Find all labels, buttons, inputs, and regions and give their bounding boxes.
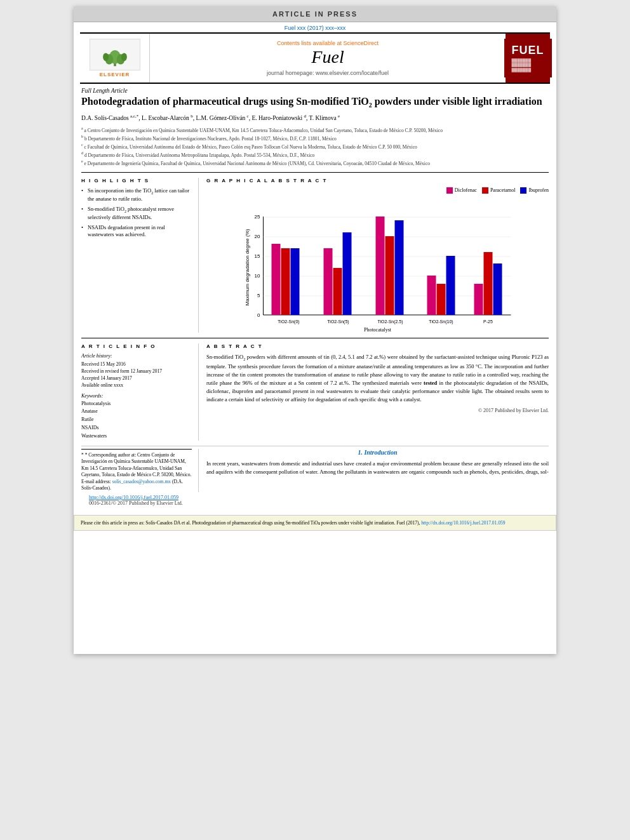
keyword-rutile: Rutile bbox=[81, 416, 192, 424]
diclofenac-label: Diclofenac bbox=[455, 187, 477, 193]
article-info-label: A R T I C L E I N F O bbox=[81, 343, 192, 349]
graphical-abstract-label: G R A P H I C A L A B S T R A C T bbox=[206, 178, 549, 183]
bar-sn25-dic bbox=[427, 276, 436, 315]
bar-sn10-ibu bbox=[395, 220, 404, 315]
journal-homepage: journal homepage: www.elsevier.com/locat… bbox=[267, 70, 389, 76]
ibuprofen-label: Ibuprofen bbox=[528, 187, 549, 193]
journal-ref: Fuel xxx (2017) xxx–xxx bbox=[74, 22, 556, 32]
info-abstract-section: A R T I C L E I N F O Article history: R… bbox=[81, 338, 549, 441]
journal-header: ELSEVIER Contents lists available at Sci… bbox=[80, 32, 550, 84]
svg-text:10: 10 bbox=[255, 273, 260, 279]
revised-date: Received in revised form 12 January 2017 bbox=[81, 368, 192, 375]
accepted-date: Accepted 14 January 2017 bbox=[81, 375, 192, 382]
highlights-list: Sn incorporation into the TiO2 lattice c… bbox=[81, 187, 192, 239]
copyright: © 2017 Published by Elsevier Ltd. bbox=[206, 408, 549, 413]
svg-text:TiO2-Sn(2.5): TiO2-Sn(2.5) bbox=[377, 319, 403, 324]
sciencedirect-link: Contents lists available at ScienceDirec… bbox=[277, 40, 379, 46]
article-title: Photodegradation of pharmaceutical drugs… bbox=[81, 95, 549, 109]
bar-sn5-par bbox=[333, 268, 342, 315]
article-info-column: A R T I C L E I N F O Article history: R… bbox=[81, 343, 199, 441]
introduction-column: 1. Introduction In recent years, wastewa… bbox=[206, 449, 549, 492]
citation-bar: Please cite this article in press as: So… bbox=[74, 515, 556, 531]
elsevier-logo-box: ELSEVIER bbox=[80, 34, 150, 83]
elsevier-logo-img bbox=[90, 39, 140, 70]
svg-point-5 bbox=[121, 53, 126, 62]
online-date: Available online xxxx bbox=[81, 382, 192, 389]
article-type: Full Length Article bbox=[81, 84, 549, 95]
introduction-title: 1. Introduction bbox=[206, 449, 549, 456]
sciencedirect-name[interactable]: ScienceDirect bbox=[344, 40, 379, 46]
ibuprofen-color bbox=[520, 187, 526, 194]
bar-p25-dic bbox=[474, 284, 483, 315]
received-date: Received 15 May 2016 bbox=[81, 361, 192, 368]
svg-text:TiO2-Sn(5): TiO2-Sn(5) bbox=[327, 319, 349, 324]
fuel-logo: FUEL ▓▓▓▓▓▓▓▓▓▓▓▓▓▓▓▓▓▓▓▓▓ bbox=[504, 39, 552, 77]
journal-title: Fuel bbox=[311, 46, 344, 68]
citation-link[interactable]: http://dx.doi.org/10.1016/j.fuel.2017.01… bbox=[421, 520, 505, 526]
introduction-section: * * Corresponding author at: Centro Conj… bbox=[81, 446, 549, 492]
bar-sn25-par bbox=[437, 284, 446, 315]
paracetamol-color bbox=[482, 187, 488, 194]
svg-text:TiO2-Sn(0): TiO2-Sn(0) bbox=[278, 319, 299, 324]
article-info-grid: Article history: Received 15 May 2016 Re… bbox=[81, 353, 192, 441]
bar-p25-par bbox=[484, 252, 493, 315]
keyword-nsaids: NSAIDs bbox=[81, 424, 192, 432]
paracetamol-label: Paracetamol bbox=[490, 187, 516, 193]
article-body: Full Length Article Photodegradation of … bbox=[74, 84, 556, 509]
journal-ref-text: Fuel xxx (2017) xxx–xxx bbox=[285, 25, 346, 31]
chart-x-label: Photocatalyst bbox=[206, 327, 549, 333]
contents-label: Contents lists available at bbox=[277, 40, 342, 46]
highlights-column: H I G H L I G H T S Sn incorporation int… bbox=[81, 178, 199, 333]
keyword-wastewaters: Wastewaters bbox=[81, 432, 192, 441]
issn-text: 0016-2361/© 2017 Published by Elsevier L… bbox=[89, 500, 183, 506]
doi-links: http://dx.doi.org/10.1016/j.fuel.2017.01… bbox=[81, 492, 549, 509]
footnote-star: * * Corresponding author at: Centro Conj… bbox=[81, 452, 191, 478]
keywords-label: Keywords: bbox=[81, 393, 192, 399]
footnote-text: * * Corresponding author at: Centro Conj… bbox=[81, 449, 192, 492]
bar-p25-ibu bbox=[493, 263, 502, 315]
legend-ibuprofen: Ibuprofen bbox=[520, 187, 549, 194]
svg-text:20: 20 bbox=[255, 234, 260, 239]
footnote-column: * * Corresponding author at: Centro Conj… bbox=[81, 449, 199, 492]
email-link[interactable]: solis_casados@yahoo.com.mx bbox=[112, 479, 171, 484]
elsevier-tree-icon bbox=[96, 44, 134, 67]
authors: D.A. Solís-Casados a,c,*, L. Escobar-Ala… bbox=[81, 113, 549, 123]
chart-area: Maximum degradation degree (%) 0 5 10 15… bbox=[206, 197, 549, 333]
abstract-column: A B S T R A C T Sn-modified TiO2 powders… bbox=[206, 343, 549, 441]
doi-link-1[interactable]: http://dx.doi.org/10.1016/j.fuel.2017.01… bbox=[89, 495, 178, 500]
highlight-item-1: Sn incorporation into the TiO2 lattice c… bbox=[81, 187, 192, 203]
legend-paracetamol: Paracetamol bbox=[482, 187, 516, 194]
bar-sn10-dic bbox=[376, 217, 385, 315]
svg-text:TiO2-Sn(10): TiO2-Sn(10) bbox=[429, 319, 453, 324]
svg-text:15: 15 bbox=[255, 253, 260, 259]
bar-sn0-dic bbox=[272, 244, 281, 315]
keyword-anatase: Anatase bbox=[81, 408, 192, 416]
svg-text:5: 5 bbox=[257, 293, 260, 298]
highlight-item-3: NSAIDs degradation present in real waste… bbox=[81, 224, 192, 239]
aip-banner: ARTICLE IN PRESS bbox=[74, 6, 556, 22]
journal-center: Contents lists available at ScienceDirec… bbox=[150, 34, 506, 83]
keyword-photocatalysis: Photocatalysis bbox=[81, 400, 192, 408]
aip-text: ARTICLE IN PRESS bbox=[272, 10, 358, 18]
highlights-label: H I G H L I G H T S bbox=[81, 178, 192, 183]
svg-text:0: 0 bbox=[257, 312, 260, 318]
introduction-body: In recent years, wastewaters from domest… bbox=[206, 460, 549, 476]
svg-text:Maximum degradation degree (%): Maximum degradation degree (%) bbox=[245, 229, 250, 305]
bar-chart: Maximum degradation degree (%) 0 5 10 15… bbox=[206, 197, 549, 324]
email-label: E-mail address: bbox=[81, 479, 111, 484]
highlights-graphical-section: H I G H L I G H T S Sn incorporation int… bbox=[81, 172, 549, 333]
introduction-cols: * * Corresponding author at: Centro Conj… bbox=[81, 449, 549, 492]
legend-diclofenac: Diclofenac bbox=[446, 187, 477, 194]
graphical-abstract-column: G R A P H I C A L A B S T R A C T Diclof… bbox=[206, 178, 549, 333]
bar-sn25-ibu bbox=[446, 256, 455, 315]
bar-sn0-ibu bbox=[291, 248, 300, 315]
diclofenac-color bbox=[446, 187, 453, 194]
svg-text:25: 25 bbox=[255, 214, 260, 220]
elsevier-name: ELSEVIER bbox=[100, 72, 130, 77]
svg-point-4 bbox=[103, 53, 109, 62]
bar-sn0-par bbox=[281, 248, 290, 315]
abstract-label: A B S T R A C T bbox=[206, 343, 549, 349]
fuel-logo-box: FUEL ▓▓▓▓▓▓▓▓▓▓▓▓▓▓▓▓▓▓▓▓▓ bbox=[506, 34, 550, 83]
bar-sn5-dic bbox=[324, 248, 333, 315]
history-label: Article history: bbox=[81, 353, 192, 359]
